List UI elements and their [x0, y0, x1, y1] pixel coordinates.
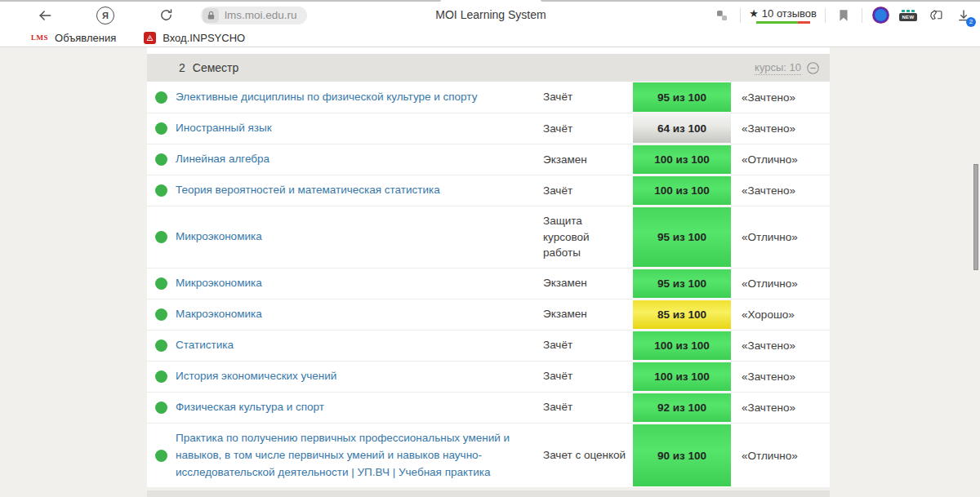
status-dot-icon	[155, 450, 167, 462]
refresh-button[interactable]	[152, 4, 180, 27]
status-cell	[147, 206, 176, 268]
site-reviews-widget[interactable]: ★ 10 отзывов	[749, 7, 817, 24]
course-link[interactable]: Теория вероятностей и математическая ста…	[176, 182, 440, 199]
status-dot-icon	[155, 231, 167, 243]
back-button[interactable]	[31, 4, 59, 27]
course-link[interactable]: Линейная алгебра	[176, 151, 270, 168]
course-link[interactable]: История экономических учений	[176, 368, 336, 385]
assessment-type-text: Зачет с оценкой	[543, 424, 633, 488]
grade-text: «Отлично»	[731, 424, 830, 488]
score-cell: 90 из 100	[633, 424, 731, 488]
score-cell: 100 из 100	[633, 362, 731, 392]
status-cell	[147, 144, 176, 175]
score-cell: 95 из 100	[633, 268, 731, 299]
score-badge: 100 из 100	[633, 362, 731, 391]
course-link[interactable]: Макроэкономика	[176, 306, 262, 323]
collapse-minus-icon[interactable]	[806, 61, 820, 75]
status-cell	[147, 113, 176, 144]
bookmark-label: Объявления	[55, 32, 116, 44]
score-badge: 100 из 100	[633, 145, 731, 174]
course-link[interactable]: Иностранный язык	[176, 120, 272, 137]
score-badge: 92 из 100	[633, 393, 731, 422]
course-link[interactable]: Физическая культура и спорт	[176, 399, 324, 416]
status-cell	[147, 268, 176, 299]
downloads-button[interactable]: 2	[954, 6, 973, 25]
browser-toolbar: Я lms.moi.edu.ru MOI Learning System ★ 1…	[0, 0, 980, 29]
score-cell: 100 из 100	[633, 144, 731, 175]
bookmark-flag-button[interactable]	[834, 6, 853, 25]
next-semester-header: 3 Семестр курсы: 10	[147, 490, 830, 497]
score-badge: 64 из 100	[633, 114, 731, 143]
bookmark-item-inpsycho[interactable]: Вход.INPSYCHO	[144, 32, 245, 44]
grade-text: «Отлично»	[731, 206, 830, 268]
toolbar-separator	[825, 8, 826, 23]
lock-icon	[203, 8, 219, 23]
table-row: Теория вероятностей и математическая ста…	[147, 175, 830, 206]
table-row: Линейная алгебра Экзамен 100 из 100 «Отл…	[147, 144, 830, 175]
grade-text: «Отлично»	[731, 144, 830, 175]
grade-text: «Зачтено»	[731, 331, 830, 361]
course-link[interactable]: Микроэкономика	[176, 275, 262, 292]
lms-page: 2 Семестр курсы: 10 Элективные дисциплин…	[0, 47, 980, 496]
course-link[interactable]: Микроэкономика	[176, 229, 262, 246]
screenshot-extension-button[interactable]: NEW	[898, 6, 918, 25]
score-badge: 95 из 100	[633, 82, 731, 112]
lms-logo-icon: LMS	[31, 33, 48, 42]
toolbar-separator	[740, 8, 741, 23]
score-badge: 100 из 100	[633, 331, 731, 360]
grade-text: «Зачтено»	[731, 362, 830, 392]
status-dot-icon	[155, 91, 167, 104]
course-link[interactable]: Элективные дисциплины по физической куль…	[176, 89, 477, 106]
inpsycho-logo-icon	[144, 32, 156, 44]
score-badge: 85 из 100	[633, 300, 731, 329]
status-cell	[147, 331, 176, 361]
courses-count-link[interactable]: курсы: 10	[755, 61, 801, 75]
bookmark-icon	[838, 9, 849, 22]
colorful-circle-icon	[872, 7, 889, 24]
status-dot-icon	[155, 308, 167, 321]
semester-collapse-control[interactable]: курсы: 10	[755, 61, 820, 75]
assessment-type-text: Экзамен	[543, 300, 633, 330]
assessment-type-text: Зачёт	[543, 113, 633, 144]
status-cell	[147, 300, 176, 330]
address-bar[interactable]: lms.moi.edu.ru	[201, 7, 307, 24]
table-row: Микроэкономика Экзамен 95 из 100 «Отличн…	[147, 268, 830, 299]
score-cell: 95 из 100	[633, 206, 731, 268]
status-cell	[147, 362, 176, 392]
table-row: Статистика Зачёт 100 из 100 «Зачтено»	[147, 330, 830, 361]
protect-flag-icon[interactable]	[712, 6, 732, 25]
yandex-home-button[interactable]: Я	[91, 4, 119, 27]
course-link[interactable]: Статистика	[176, 337, 234, 354]
course-name-cell: Микроэкономика	[176, 268, 543, 299]
yandex-icon: Я	[96, 7, 114, 24]
bookmark-item-announcements[interactable]: LMS Объявления	[31, 32, 116, 44]
grade-text: «Зачтено»	[731, 82, 830, 113]
url-text: lms.moi.edu.ru	[225, 9, 297, 21]
assessment-type-text: Зачёт	[543, 362, 633, 392]
score-cell: 95 из 100	[633, 82, 731, 113]
back-arrow-icon	[37, 7, 53, 24]
course-name-cell: Линейная алгебра	[176, 144, 543, 175]
new-badge-icon: NEW	[899, 10, 916, 21]
score-badge: 90 из 100	[633, 424, 731, 487]
status-cell	[147, 82, 176, 113]
course-link[interactable]: Практика по получению первичных професси…	[176, 430, 532, 481]
active-tab[interactable]: MOI Learning System	[441, 0, 541, 29]
course-name-cell: Макроэкономика	[176, 300, 543, 330]
table-row: История экономических учений Зачёт 100 и…	[147, 361, 830, 392]
score-cell: 100 из 100	[633, 175, 731, 206]
course-name-cell: Микроэкономика	[176, 206, 543, 268]
assessment-type-text: Зачёт	[543, 393, 633, 423]
course-name-cell: Статистика	[176, 331, 543, 361]
bookmarks-bar: LMS Объявления Вход.INPSYCHO	[0, 29, 980, 47]
hand-card-extension-button[interactable]	[926, 6, 946, 25]
grade-text: «Хорошо»	[731, 300, 830, 330]
table-row: Физическая культура и спорт Зачёт 92 из …	[147, 392, 830, 423]
grade-text: «Зачтено»	[731, 175, 830, 206]
extension-profile-button[interactable]	[871, 6, 890, 25]
bookmark-label: Вход.INPSYCHO	[163, 32, 245, 44]
semester-number: 2	[179, 61, 185, 74]
page-scrollbar-thumb[interactable]	[973, 164, 978, 270]
status-dot-icon	[155, 153, 167, 166]
status-cell	[147, 424, 176, 488]
